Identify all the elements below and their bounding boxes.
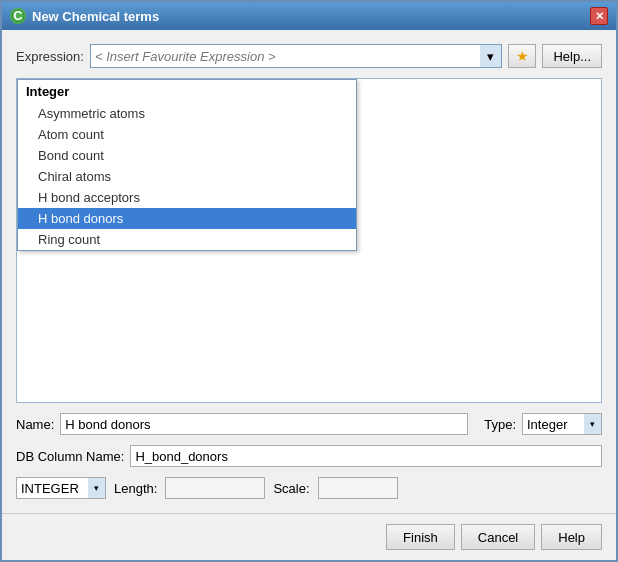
type-label: Type: [484, 417, 516, 432]
cancel-button[interactable]: Cancel [461, 524, 535, 550]
finish-button[interactable]: Finish [386, 524, 455, 550]
datatype-select-wrapper: INTEGERFLOATVARCHAR ▾ [16, 477, 106, 499]
name-input[interactable] [60, 413, 468, 435]
list-item[interactable]: Chiral atoms [18, 166, 356, 187]
list-item[interactable]: Bond count [18, 145, 356, 166]
db-column-row: DB Column Name: [16, 445, 602, 467]
expression-row: Expression: ▾ ★ Help... [16, 44, 602, 68]
new-chemical-terms-dialog: C New Chemical terms ✕ Expression: ▾ ★ H… [0, 0, 618, 562]
help-button[interactable]: Help... [542, 44, 602, 68]
dropdown-list-items: Asymmetric atomsAtom countBond countChir… [18, 103, 356, 250]
favourite-button[interactable]: ★ [508, 44, 536, 68]
title-bar: C New Chemical terms ✕ [2, 2, 616, 30]
length-label: Length: [114, 481, 157, 496]
title-bar-left: C New Chemical terms [10, 8, 159, 24]
datatype-select[interactable]: INTEGERFLOATVARCHAR [16, 477, 106, 499]
dropdown-list-header: Integer [18, 80, 356, 103]
dialog-icon: C [10, 8, 26, 24]
svg-text:C: C [13, 9, 23, 23]
expression-label: Expression: [16, 49, 84, 64]
db-column-input[interactable] [130, 445, 602, 467]
scale-input[interactable] [318, 477, 398, 499]
list-item[interactable]: H bond acceptors [18, 187, 356, 208]
list-item[interactable]: Asymmetric atoms [18, 103, 356, 124]
expression-dropdown-wrapper: ▾ [90, 44, 503, 68]
expression-input[interactable] [90, 44, 503, 68]
button-row: Finish Cancel Help [2, 513, 616, 560]
list-item[interactable]: Ring count [18, 229, 356, 250]
datatype-row: INTEGERFLOATVARCHAR ▾ Length: Scale: [16, 477, 602, 499]
name-row: Name: Type: IntegerFloatStringBoolean ▾ [16, 413, 602, 435]
dialog-content: Expression: ▾ ★ Help... donorCount Integ… [2, 30, 616, 513]
type-select[interactable]: IntegerFloatStringBoolean [522, 413, 602, 435]
help-dialog-button[interactable]: Help [541, 524, 602, 550]
list-item[interactable]: H bond donors [18, 208, 356, 229]
scale-label: Scale: [273, 481, 309, 496]
dropdown-list-panel: Integer Asymmetric atomsAtom countBond c… [17, 79, 357, 251]
list-item[interactable]: Atom count [18, 124, 356, 145]
close-button[interactable]: ✕ [590, 7, 608, 25]
main-area: donorCount Integer Asymmetric atomsAtom … [16, 78, 602, 403]
dialog-title: New Chemical terms [32, 9, 159, 24]
db-column-label: DB Column Name: [16, 449, 124, 464]
name-label: Name: [16, 417, 54, 432]
length-input[interactable] [165, 477, 265, 499]
type-select-wrapper: IntegerFloatStringBoolean ▾ [522, 413, 602, 435]
